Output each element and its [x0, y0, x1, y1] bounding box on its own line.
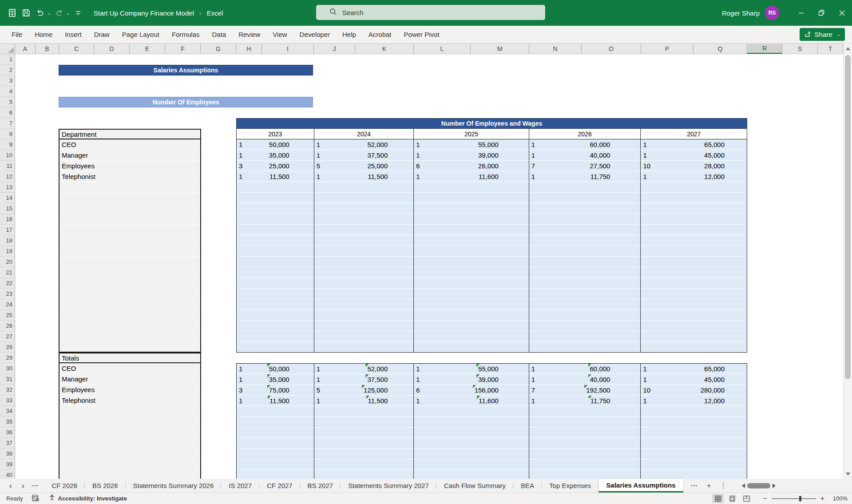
cell-count[interactable]: 10 [641, 161, 666, 171]
cell-wage[interactable] [262, 417, 289, 427]
cell-group-2027[interactable] [641, 470, 747, 479]
sheet-next-icon[interactable]: › [18, 479, 28, 492]
cell-count[interactable] [314, 321, 340, 331]
row-header-19[interactable]: 19 [0, 246, 15, 257]
cell-wage[interactable] [262, 203, 289, 214]
cell-group-2027[interactable] [641, 299, 747, 310]
sheet-tab-statements-summary-2026[interactable]: Statements Summary 2026 [126, 479, 222, 492]
cell-count[interactable]: 5 [314, 161, 340, 171]
cell-group-2027[interactable] [641, 310, 747, 321]
cell-wage[interactable] [340, 310, 388, 320]
cell-count[interactable] [529, 299, 555, 310]
cell-group-2025[interactable] [414, 299, 529, 310]
cell-wage[interactable] [555, 406, 610, 417]
cell-count[interactable] [314, 246, 340, 256]
cell-count[interactable]: 1 [529, 150, 555, 160]
column-header-T[interactable]: T [818, 44, 843, 54]
cell-group-2023[interactable]: 135,000 [237, 374, 314, 385]
cell-group-2026[interactable] [529, 310, 641, 321]
cell-count[interactable] [414, 428, 439, 438]
cell-group-2024[interactable]: 137,500 [314, 374, 414, 385]
cell-group-2023[interactable] [237, 417, 314, 428]
cell-wage[interactable] [262, 449, 289, 459]
cell-group-2025[interactable] [414, 257, 529, 267]
cell-group-2027[interactable]: 1028,000 [641, 161, 747, 171]
column-header-Q[interactable]: Q [693, 44, 747, 54]
cell-totals-empty-6[interactable] [59, 427, 200, 438]
cell-count[interactable] [237, 289, 262, 299]
cell-count[interactable] [414, 225, 439, 235]
cell-group-2026[interactable] [529, 331, 641, 342]
cell-count[interactable] [414, 299, 439, 310]
row-header-22[interactable]: 22 [0, 278, 15, 289]
cell-group-2024[interactable] [314, 428, 414, 438]
ribbon-tab-home[interactable]: Home [28, 26, 59, 43]
cell-wage[interactable]: 11,600 [439, 396, 499, 406]
sheet-tab-top-expenses[interactable]: Top Expenses [542, 479, 598, 492]
cell-wage[interactable] [555, 342, 610, 352]
scroll-down-icon[interactable] [844, 469, 852, 479]
restore-button[interactable] [811, 0, 832, 26]
cell-wage[interactable] [340, 257, 388, 267]
cell-salaries-assumptions-banner[interactable]: Salaries Assumptions [59, 65, 313, 75]
cell-count[interactable]: 1 [314, 396, 340, 406]
cell-totals-ceo[interactable]: CEO [59, 363, 200, 374]
sheet-tab-cash-flow-summary[interactable]: Cash Flow Summary [436, 479, 513, 492]
cell-wage[interactable]: 156,000 [439, 385, 499, 395]
row-header-24[interactable]: 24 [0, 299, 15, 310]
cell-count[interactable] [237, 299, 262, 310]
cell-count[interactable] [414, 438, 439, 448]
row-header-5[interactable]: 5 [0, 97, 15, 107]
cell-wage[interactable] [340, 267, 388, 278]
cell-count[interactable]: 1 [314, 171, 340, 182]
year-header-2027[interactable]: 2027 [641, 129, 747, 139]
sheet-more-icon[interactable]: ••• [32, 484, 39, 488]
cell-group-2026[interactable] [529, 193, 641, 203]
cell-wage[interactable] [262, 470, 289, 479]
cell-wage[interactable] [555, 310, 610, 320]
cell-group-2023[interactable] [237, 449, 314, 460]
tab-overflow-icon[interactable]: ••• [691, 484, 698, 488]
cell-group-2025[interactable] [414, 235, 529, 246]
cell-wage[interactable] [439, 214, 499, 224]
cell-group-2024[interactable]: 152,000 [314, 139, 414, 150]
horizontal-scrollbar-thumb[interactable] [747, 483, 770, 488]
customize-qat-icon[interactable] [72, 7, 84, 19]
close-button[interactable] [832, 0, 852, 26]
cell-group-2025[interactable] [414, 193, 529, 203]
cell-group-2025[interactable] [414, 289, 529, 299]
cell-wage[interactable] [666, 182, 725, 192]
cell-group-2023[interactable] [237, 470, 314, 479]
sheet-tab-is-2027[interactable]: IS 2027 [221, 479, 259, 492]
vertical-scrollbar[interactable] [843, 44, 852, 479]
cell-count[interactable] [641, 289, 666, 299]
cell-department-employees[interactable]: Employees [59, 161, 200, 171]
cell-group-2027[interactable] [641, 331, 747, 342]
cell-wage[interactable] [439, 235, 499, 246]
select-all-corner[interactable] [0, 44, 15, 54]
row-header-23[interactable]: 23 [0, 289, 15, 299]
cell-count[interactable] [237, 449, 262, 459]
cell-wage[interactable] [666, 438, 725, 448]
cell-count[interactable] [314, 438, 340, 448]
cell-count[interactable]: 10 [641, 385, 666, 395]
cell-count[interactable]: 1 [314, 139, 340, 150]
cell-count[interactable] [314, 203, 340, 214]
cell-group-2024[interactable] [314, 289, 414, 299]
cell-group-2025[interactable]: 139,000 [414, 374, 529, 385]
cell-wage[interactable]: 37,500 [340, 150, 388, 160]
cell-wage[interactable] [262, 225, 289, 235]
cell-count[interactable] [237, 310, 262, 320]
cell-group-2027[interactable]: 112,000 [641, 396, 747, 406]
cell-count[interactable] [237, 460, 262, 470]
cell-group-2023[interactable] [237, 342, 314, 353]
cell-group-2023[interactable] [237, 193, 314, 203]
sheet-prev-icon[interactable]: ‹ [5, 479, 16, 492]
cell-wage[interactable] [439, 342, 499, 352]
search-input[interactable]: Search [316, 5, 545, 20]
cell-totals-empty-4[interactable] [59, 406, 200, 417]
cell-wage[interactable]: 192,500 [555, 385, 610, 395]
row-header-6[interactable]: 6 [0, 107, 15, 118]
row-header-12[interactable]: 12 [0, 171, 15, 182]
cell-wage[interactable]: 26,000 [439, 161, 499, 171]
